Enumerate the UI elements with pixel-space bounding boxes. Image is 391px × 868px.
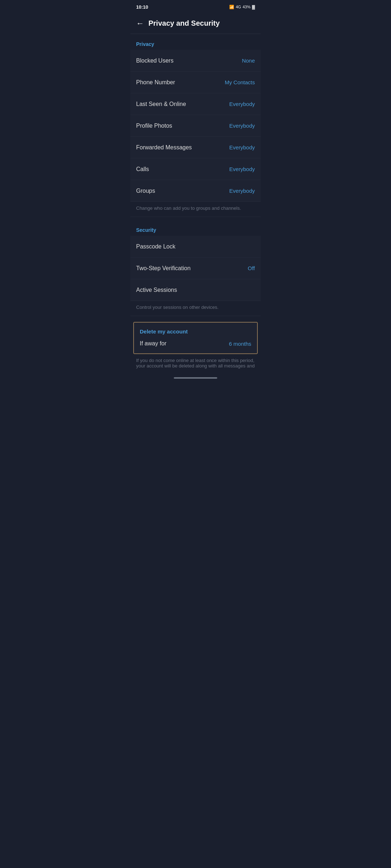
groups-item[interactable]: Groups Everybody [130, 180, 261, 202]
groups-note: Change who can add you to groups and cha… [130, 202, 261, 217]
section-spacer-2 [130, 316, 261, 319]
signal-icon: 4G [236, 5, 241, 9]
sessions-note: Control your sessions on other devices. [130, 301, 261, 316]
delete-account-section: Delete my account If away for 6 months [133, 322, 258, 354]
groups-label: Groups [136, 188, 155, 194]
two-step-value: Off [248, 265, 255, 271]
phone-number-item[interactable]: Phone Number My Contacts [130, 72, 261, 93]
forwarded-messages-item[interactable]: Forwarded Messages Everybody [130, 137, 261, 158]
if-away-for-item[interactable]: If away for 6 months [134, 336, 257, 353]
delete-account-wrapper: Delete my account If away for 6 months [130, 322, 261, 354]
blocked-users-item[interactable]: Blocked Users None [130, 50, 261, 72]
profile-photos-label: Profile Photos [136, 123, 172, 129]
blocked-users-label: Blocked Users [136, 58, 173, 64]
delete-account-header: Delete my account [134, 323, 257, 336]
calls-item[interactable]: Calls Everybody [130, 158, 261, 180]
two-step-verification-item[interactable]: Two-Step Verification Off [130, 258, 261, 279]
status-time: 10:10 [136, 4, 148, 10]
last-seen-label: Last Seen & Online [136, 101, 186, 107]
security-section-header: Security [130, 220, 261, 236]
bottom-indicator [130, 374, 261, 382]
last-seen-item[interactable]: Last Seen & Online Everybody [130, 93, 261, 115]
if-away-label: If away for [140, 340, 167, 347]
passcode-lock-item[interactable]: Passcode Lock [130, 236, 261, 258]
battery-text: 43% [243, 5, 251, 9]
forwarded-messages-value: Everybody [229, 144, 255, 150]
passcode-lock-label: Passcode Lock [136, 243, 176, 250]
groups-value: Everybody [229, 188, 255, 194]
header: ← Privacy and Security [130, 13, 261, 34]
two-step-label: Two-Step Verification [136, 265, 190, 272]
profile-photos-item[interactable]: Profile Photos Everybody [130, 115, 261, 137]
back-button[interactable]: ← [136, 20, 144, 27]
phone-number-label: Phone Number [136, 79, 175, 86]
forwarded-messages-label: Forwarded Messages [136, 144, 192, 151]
phone-number-value: My Contacts [225, 79, 255, 85]
calls-label: Calls [136, 166, 149, 173]
calls-value: Everybody [229, 166, 255, 172]
page-title: Privacy and Security [148, 19, 220, 27]
delete-account-note: If you do not come online at least once … [130, 354, 261, 374]
active-sessions-item[interactable]: Active Sessions [130, 279, 261, 301]
last-seen-value: Everybody [229, 101, 255, 107]
battery-icon: ▓ [252, 5, 255, 9]
status-bar: 10:10 📶 4G 43% ▓ [130, 0, 261, 13]
blocked-users-value: None [242, 58, 255, 64]
bottom-bar [174, 377, 217, 379]
profile-photos-value: Everybody [229, 123, 255, 129]
privacy-section-header: Privacy [130, 34, 261, 50]
status-icons: 📶 4G 43% ▓ [229, 5, 255, 9]
wifi-icon: 📶 [229, 5, 234, 9]
active-sessions-label: Active Sessions [136, 287, 177, 293]
section-spacer-1 [130, 217, 261, 220]
if-away-value: 6 months [229, 341, 251, 347]
